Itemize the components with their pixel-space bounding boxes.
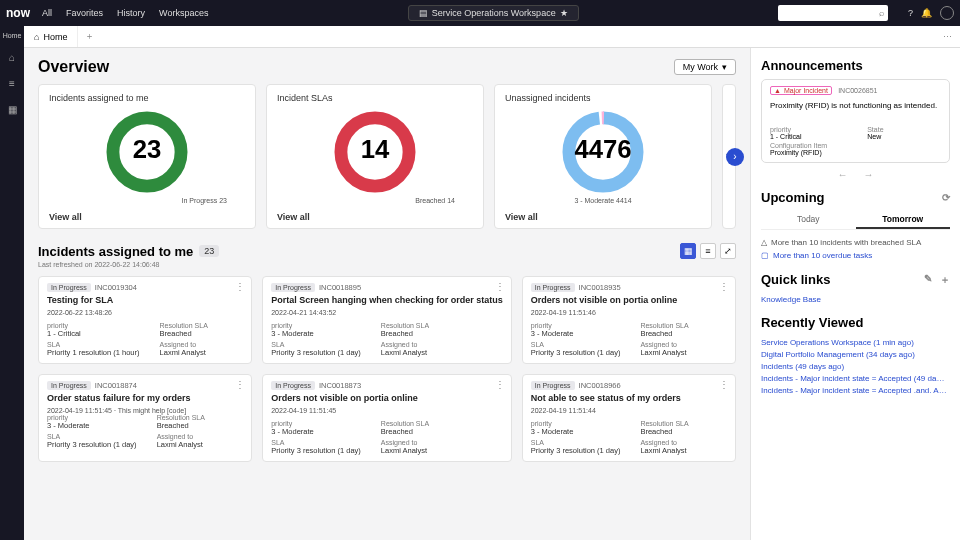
workspace-pill[interactable]: ▤ Service Operations Workspace ★ <box>408 5 579 21</box>
nav-favorites[interactable]: Favorites <box>66 8 103 18</box>
kebab-icon[interactable]: ⋮ <box>235 379 245 390</box>
workspace-label: Service Operations Workspace <box>432 8 556 18</box>
incident-timestamp: 2022-04-19 11:51:44 <box>531 407 727 414</box>
announcement-number: INC0026851 <box>838 87 877 94</box>
status-pill: In Progress <box>47 283 91 292</box>
nav-workspaces[interactable]: Workspaces <box>159 8 208 18</box>
donut-chart: 4476 <box>558 107 648 197</box>
view-all-link[interactable]: View all <box>505 212 701 222</box>
recent-item[interactable]: Incidents - Major incident state = Accep… <box>761 372 950 384</box>
home-icon: ⌂ <box>34 32 39 42</box>
incident-card[interactable]: ⋮ In ProgressINC0018966 Not able to see … <box>522 374 736 462</box>
status-pill: In Progress <box>47 381 91 390</box>
incident-title: Orders not visible on portia online <box>531 295 727 305</box>
tab-today[interactable]: Today <box>761 211 856 229</box>
tab-home[interactable]: ⌂ Home <box>24 26 78 47</box>
nav-history[interactable]: History <box>117 8 145 18</box>
warning-icon: △ <box>761 238 767 247</box>
scope-dropdown[interactable]: My Work ▾ <box>674 59 736 75</box>
refresh-icon[interactable]: ⟳ <box>942 192 950 203</box>
incident-title: Order status failure for my orders <box>47 393 243 403</box>
card-title: Incident SLAs <box>277 93 473 103</box>
bell-icon[interactable]: 🔔 <box>921 8 932 18</box>
major-incident-pill: ▲ Major Incident <box>770 86 832 95</box>
recent-item[interactable]: Incidents (49 days ago) <box>761 360 950 372</box>
avatar[interactable] <box>940 6 954 20</box>
tab-overflow-icon[interactable]: ⋯ <box>935 32 960 42</box>
rail-list-icon[interactable]: ≡ <box>4 75 20 91</box>
status-pill: In Progress <box>531 283 575 292</box>
next-card-button[interactable]: › <box>726 148 744 166</box>
incident-card[interactable]: ⋮ In ProgressINC0018874 Order status fai… <box>38 374 252 462</box>
incident-timestamp: 2022-04-19 11:51:45 <box>271 407 503 414</box>
open-external-button[interactable]: ⤢ <box>720 243 736 259</box>
next-announcement-icon[interactable]: → <box>864 169 874 180</box>
view-all-link[interactable]: View all <box>49 212 245 222</box>
right-pane: Announcements ▲ Major Incident INC002685… <box>750 48 960 540</box>
incident-number: INC0018874 <box>95 381 137 390</box>
incident-card[interactable]: ⋮ In ProgressINC0018873 Orders not visib… <box>262 374 512 462</box>
prev-announcement-icon[interactable]: ← <box>838 169 848 180</box>
kebab-icon[interactable]: ⋮ <box>495 379 505 390</box>
help-icon[interactable]: ? <box>908 8 913 18</box>
status-pill: In Progress <box>531 381 575 390</box>
global-search[interactable]: ⌕ <box>778 5 888 21</box>
recent-item[interactable]: Incidents - Major incident state = Accep… <box>761 384 950 396</box>
incident-number: INC0018895 <box>319 283 361 292</box>
incident-grid: ⋮ In ProgressINC0019304 Testing for SLA … <box>38 276 736 462</box>
kebab-icon[interactable]: ⋮ <box>719 379 729 390</box>
chevron-down-icon: ▾ <box>722 62 727 72</box>
upcoming-item[interactable]: ▢More than 10 overdue tasks <box>761 249 950 262</box>
add-tab-button[interactable]: ＋ <box>78 30 100 43</box>
incident-timestamp: 2022-06-22 13:48:26 <box>47 309 243 316</box>
incident-card[interactable]: ⋮ In ProgressINC0019304 Testing for SLA … <box>38 276 252 364</box>
announcement-card[interactable]: ▲ Major Incident INC0026851 Proximity (R… <box>761 79 950 163</box>
view-grid-button[interactable]: ▦ <box>680 243 696 259</box>
kebab-icon[interactable]: ⋮ <box>235 281 245 292</box>
incident-number: INC0018935 <box>579 283 621 292</box>
quicklink-item[interactable]: Knowledge Base <box>761 293 950 305</box>
svg-text:23: 23 <box>133 135 162 163</box>
incident-number: INC0019304 <box>95 283 137 292</box>
view-list-button[interactable]: ≡ <box>700 243 716 259</box>
upcoming-heading: Upcoming <box>761 190 825 205</box>
incident-title: Portal Screen hanging when checking for … <box>271 295 503 305</box>
incident-timestamp: 2022-04-19 11:51:45 · This might help [c… <box>47 407 243 449</box>
upcoming-item[interactable]: △More than 10 incidents with breached SL… <box>761 236 950 249</box>
tab-tomorrow[interactable]: Tomorrow <box>856 211 951 229</box>
kebab-icon[interactable]: ⋮ <box>495 281 505 292</box>
card-title: Unassigned incidents <box>505 93 701 103</box>
scope-label: My Work <box>683 62 718 72</box>
rail-home-icon[interactable]: ⌂ <box>4 49 20 65</box>
page-title: Overview <box>38 58 109 76</box>
incident-timestamp: 2022-04-19 11:51:46 <box>531 309 727 316</box>
nav-all[interactable]: All <box>42 8 52 18</box>
list-title: Incidents assigned to me <box>38 244 193 259</box>
recent-item[interactable]: Digital Portfolio Management (34 days ag… <box>761 348 950 360</box>
incident-timestamp: 2022-04-21 14:43:52 <box>271 309 503 316</box>
center-pane: Overview My Work ▾ Incidents assigned to… <box>24 48 750 540</box>
card-assigned: Incidents assigned to me 23 In Progress … <box>38 84 256 229</box>
svg-text:4476: 4476 <box>574 135 631 163</box>
add-icon[interactable]: ＋ <box>940 273 950 287</box>
card-unassigned: Unassigned incidents 4476 3 - Moderate 4… <box>494 84 712 229</box>
kebab-icon[interactable]: ⋮ <box>719 281 729 292</box>
rail-apps-icon[interactable]: ▦ <box>4 101 20 117</box>
tab-label: Home <box>43 32 67 42</box>
donut-chart: 23 <box>102 107 192 197</box>
star-icon[interactable]: ★ <box>560 8 568 18</box>
incident-card[interactable]: ⋮ In ProgressINC0018935 Orders not visib… <box>522 276 736 364</box>
count-badge: 23 <box>199 245 219 257</box>
announcement-message: Proximity (RFID) is not functioning as i… <box>770 101 941 110</box>
top-nav: All Favorites History Workspaces <box>42 8 208 18</box>
recent-item[interactable]: Service Operations Workspace (1 min ago) <box>761 336 950 348</box>
home-badge: Home <box>3 32 22 39</box>
view-all-link[interactable]: View all <box>277 212 473 222</box>
edit-icon[interactable]: ✎ <box>924 273 932 287</box>
status-pill: In Progress <box>271 283 315 292</box>
quicklinks-heading: Quick links <box>761 272 830 287</box>
announcements-heading: Announcements <box>761 58 950 73</box>
incident-card[interactable]: ⋮ In ProgressINC0018895 Portal Screen ha… <box>262 276 512 364</box>
left-rail: Home ⌂ ≡ ▦ <box>0 26 24 540</box>
donut-legend: In Progress 23 <box>49 197 245 204</box>
